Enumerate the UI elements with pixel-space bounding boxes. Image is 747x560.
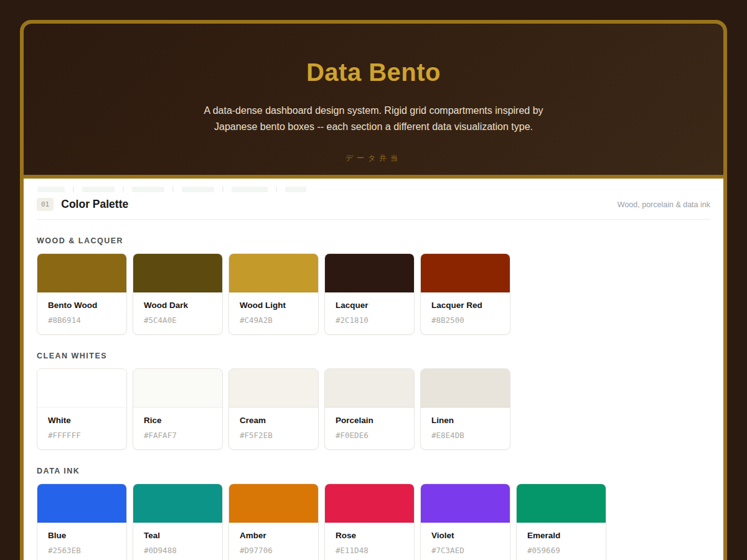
swatch-color	[517, 484, 606, 523]
swatch-card: Wood Dark#5C4A0E	[133, 253, 223, 335]
swatch-body: Porcelain#F0EDE6	[325, 408, 414, 449]
nav-link-ghost[interactable]	[232, 187, 268, 192]
bento-frame: Data Bento A data-dense dashboard design…	[20, 20, 727, 560]
swatch-color	[421, 369, 510, 408]
swatch-body: Blue#2563EB	[37, 523, 126, 560]
swatch-hex: #2C1810	[336, 315, 403, 325]
swatch-body: Cream#F5F2EB	[229, 408, 318, 449]
swatch-card: Wood Light#C49A2B	[228, 253, 319, 335]
swatch-card: Porcelain#F0EDE6	[324, 368, 415, 450]
swatch-grid: White#FFFFFFRice#FAFAF7Cream#F5F2EBPorce…	[37, 368, 710, 450]
swatch-hex: #5C4A0E	[144, 315, 212, 325]
swatch-hex: #0D9488	[144, 546, 212, 555]
swatch-color	[325, 369, 414, 408]
swatch-body: Bento Wood#8B6914	[37, 292, 126, 334]
swatch-hex: #F0EDE6	[336, 431, 403, 440]
nav-separator	[73, 187, 74, 192]
swatch-color	[37, 484, 126, 523]
swatch-name: Emerald	[527, 531, 595, 540]
palette-groups: WOOD & LACQUERBento Wood#8B6914Wood Dark…	[37, 236, 710, 560]
swatch-name: Cream	[240, 416, 308, 425]
swatch-name: Teal	[144, 531, 212, 540]
swatch-color	[133, 369, 222, 408]
swatch-name: Bento Wood	[48, 301, 116, 310]
nav-separator	[222, 187, 223, 192]
swatch-card: Violet#7C3AED	[420, 483, 510, 560]
swatch-name: Linen	[431, 416, 499, 425]
swatch-name: Violet	[431, 531, 499, 540]
swatch-name: Blue	[48, 531, 116, 540]
swatch-name: White	[48, 416, 116, 425]
japanese-caption: データ弁当	[24, 153, 723, 164]
swatch-body: Amber#D97706	[229, 523, 318, 560]
swatch-card: White#FFFFFF	[37, 368, 127, 450]
swatch-color	[133, 254, 222, 292]
swatch-card: Rose#E11D48	[324, 483, 415, 560]
nav-link-ghost[interactable]	[82, 187, 115, 192]
swatch-card: Lacquer#2C1810	[324, 253, 415, 335]
swatch-body: Lacquer Red#8B2500	[421, 292, 510, 334]
page-subtitle: A data-dense dashboard design system. Ri…	[183, 103, 564, 135]
swatch-color	[133, 484, 222, 523]
swatch-body: Wood Dark#5C4A0E	[133, 292, 222, 334]
swatch-hex: #FAFAF7	[144, 431, 212, 440]
section-header: 01 Color Palette Wood, porcelain & data …	[37, 198, 710, 211]
swatch-hex: #E8E4DB	[431, 431, 499, 440]
swatch-name: Wood Light	[240, 301, 308, 310]
swatch-card: Amber#D97706	[228, 483, 319, 560]
page-title: Data Bento	[24, 58, 723, 86]
palette-group: WOOD & LACQUERBento Wood#8B6914Wood Dark…	[37, 236, 710, 335]
palette-group-label: WOOD & LACQUER	[37, 236, 710, 245]
swatch-body: White#FFFFFF	[37, 408, 126, 449]
swatch-body: Emerald#059669	[517, 523, 606, 560]
swatch-hex: #059669	[527, 546, 595, 555]
section-title: Color Palette	[61, 198, 128, 211]
content-panel: 01 Color Palette Wood, porcelain & data …	[24, 179, 723, 560]
swatch-card: Lacquer Red#8B2500	[420, 253, 510, 335]
swatch-card: Cream#F5F2EB	[228, 368, 319, 450]
section-note: Wood, porcelain & data ink	[618, 200, 710, 209]
swatch-name: Wood Dark	[144, 301, 212, 310]
swatch-hex: #7C3AED	[431, 546, 499, 555]
hero-header: Data Bento A data-dense dashboard design…	[24, 24, 723, 179]
swatch-card: Bento Wood#8B6914	[37, 253, 127, 335]
swatch-color	[229, 484, 318, 523]
swatch-name: Lacquer Red	[431, 301, 499, 310]
nav-link-ghost[interactable]	[285, 187, 306, 192]
swatch-name: Rice	[144, 416, 212, 425]
swatch-grid: Blue#2563EBTeal#0D9488Amber#D97706Rose#E…	[37, 483, 710, 560]
swatch-color	[229, 254, 318, 292]
nav-separator	[276, 187, 277, 192]
swatch-card: Emerald#059669	[516, 483, 606, 560]
nav-link-ghost[interactable]	[182, 187, 214, 192]
swatch-name: Amber	[240, 531, 308, 540]
swatch-hex: #2563EB	[48, 546, 116, 555]
swatch-hex: #E11D48	[336, 546, 403, 555]
palette-group-label: CLEAN WHITES	[37, 352, 710, 360]
nav-link-ghost[interactable]	[37, 187, 65, 192]
swatch-body: Rice#FAFAF7	[133, 408, 222, 449]
swatch-color	[229, 369, 318, 408]
swatch-color	[325, 254, 414, 292]
swatch-hex: #C49A2B	[240, 315, 308, 325]
nav-separator	[123, 187, 124, 192]
swatch-hex: #8B6914	[48, 315, 116, 325]
swatch-body: Teal#0D9488	[133, 523, 222, 560]
swatch-name: Rose	[336, 531, 403, 540]
swatch-color	[37, 254, 126, 292]
swatch-color	[421, 254, 510, 292]
swatch-body: Violet#7C3AED	[421, 523, 510, 560]
swatch-name: Porcelain	[336, 416, 403, 425]
swatch-card: Teal#0D9488	[133, 483, 223, 560]
swatch-card: Rice#FAFAF7	[133, 368, 223, 450]
palette-group: CLEAN WHITESWhite#FFFFFFRice#FAFAF7Cream…	[37, 352, 710, 450]
palette-group: DATA INKBlue#2563EBTeal#0D9488Amber#D977…	[37, 467, 710, 560]
swatch-grid: Bento Wood#8B6914Wood Dark#5C4A0EWood Li…	[37, 253, 710, 335]
nav-separator	[172, 187, 174, 192]
swatch-body: Linen#E8E4DB	[421, 408, 510, 449]
swatch-body: Lacquer#2C1810	[325, 292, 414, 334]
palette-group-label: DATA INK	[37, 467, 710, 475]
nav-link-ghost[interactable]	[132, 187, 164, 192]
swatch-card: Linen#E8E4DB	[420, 368, 510, 450]
section-divider	[37, 219, 710, 220]
